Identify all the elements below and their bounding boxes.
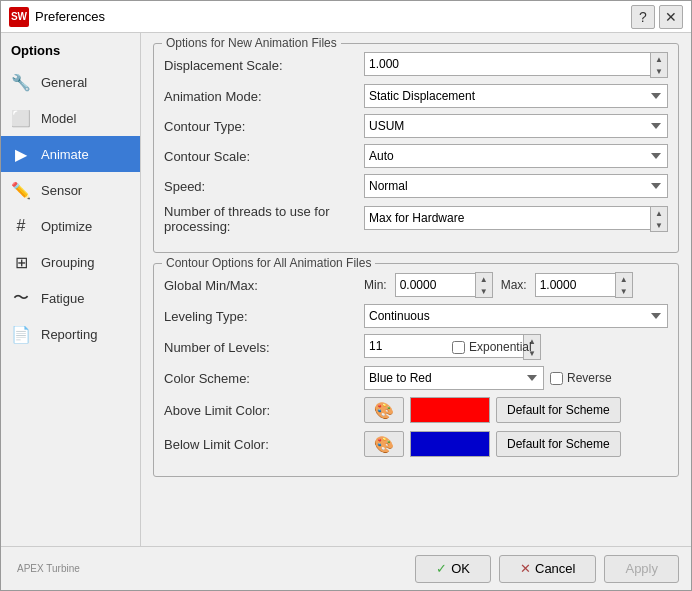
exponential-text: Exponential [469,340,532,354]
sidebar-label-fatigue: Fatigue [41,291,84,306]
contour-type-label: Contour Type: [164,119,364,134]
footer: APEX Turbine ✓ OK ✕ Cancel Apply [1,546,691,590]
above-limit-palette-btn[interactable]: 🎨 [364,397,404,423]
speed-row: Speed: Normal [164,174,668,198]
animation-mode-row: Animation Mode: Static Displacement [164,84,668,108]
sidebar-label-model: Model [41,111,76,126]
sidebar-item-grouping[interactable]: ⊞ Grouping [1,244,140,280]
max-spinbtns: ▲ ▼ [615,272,633,298]
leveling-type-row: Leveling Type: Continuous [164,304,668,328]
threads-input[interactable] [364,206,650,230]
speed-label: Speed: [164,179,364,194]
sidebar-label-animate: Animate [41,147,89,162]
leveling-type-select[interactable]: Continuous [364,304,668,328]
below-limit-default-btn[interactable]: Default for Scheme [496,431,621,457]
contour-options-group: Contour Options for All Animation Files … [153,263,679,477]
animation-options-group: Options for New Animation Files Displace… [153,43,679,253]
optimize-icon: # [9,214,33,238]
above-limit-controls: 🎨 Default for Scheme [364,397,621,423]
above-limit-default-btn[interactable]: Default for Scheme [496,397,621,423]
global-minmax-row: Global Min/Max: Min: ▲ ▼ Max: [164,272,668,298]
sidebar-label-optimize: Optimize [41,219,92,234]
threads-down[interactable]: ▼ [651,219,667,231]
sidebar-label-general: General [41,75,87,90]
footer-logo: APEX Turbine [13,563,407,574]
color-scheme-label: Color Scheme: [164,371,364,386]
displacement-scale-spin: ▲ ▼ [364,52,668,78]
ok-button[interactable]: ✓ OK [415,555,491,583]
contour-scale-select[interactable]: Auto [364,144,668,168]
cancel-button[interactable]: ✕ Cancel [499,555,596,583]
levels-spin: ▲ ▼ [364,334,444,360]
displacement-scale-up[interactable]: ▲ [651,53,667,65]
global-minmax-controls: Min: ▲ ▼ Max: ▲ [364,272,668,298]
preferences-dialog: SW Preferences ? ✕ Options 🔧 General ⬜ M… [0,0,692,591]
min-spin: ▲ ▼ [395,272,493,298]
below-limit-swatch[interactable] [410,431,490,457]
levels-controls: ▲ ▼ Exponential [364,334,532,360]
below-limit-palette-btn[interactable]: 🎨 [364,431,404,457]
min-up[interactable]: ▲ [476,273,492,285]
max-down[interactable]: ▼ [616,285,632,297]
contour-scale-label: Contour Scale: [164,149,364,164]
exponential-checkbox[interactable] [452,341,465,354]
scheme-controls: Blue to Red Reverse [364,366,668,390]
general-icon: 🔧 [9,70,33,94]
sidebar-item-animate[interactable]: ▶ Animate [1,136,140,172]
displacement-scale-row: Displacement Scale: ▲ ▼ [164,52,668,78]
contour-scale-row: Contour Scale: Auto [164,144,668,168]
global-minmax-label: Global Min/Max: [164,278,364,293]
threads-spinbtns: ▲ ▼ [650,206,668,232]
color-scheme-row: Color Scheme: Blue to Red Reverse [164,366,668,390]
color-scheme-select[interactable]: Blue to Red [364,366,544,390]
sidebar-item-reporting[interactable]: 📄 Reporting [1,316,140,352]
reverse-checkbox[interactable] [550,372,563,385]
min-label: Min: [364,278,387,292]
sidebar-label-grouping: Grouping [41,255,94,270]
below-limit-controls: 🎨 Default for Scheme [364,431,621,457]
main-panel: Options for New Animation Files Displace… [141,33,691,546]
sidebar-header: Options [1,39,140,64]
sensor-icon: ✏️ [9,178,33,202]
max-up[interactable]: ▲ [616,273,632,285]
sidebar-item-model[interactable]: ⬜ Model [1,100,140,136]
above-limit-row: Above Limit Color: 🎨 Default for Scheme [164,396,668,424]
reverse-text: Reverse [567,371,612,385]
min-spinbtns: ▲ ▼ [475,272,493,298]
animation-options-title: Options for New Animation Files [162,36,341,50]
levels-label: Number of Levels: [164,340,364,355]
close-button[interactable]: ✕ [659,5,683,29]
below-limit-row: Below Limit Color: 🎨 Default for Scheme [164,430,668,458]
max-input[interactable] [535,273,615,297]
max-label: Max: [501,278,527,292]
help-button[interactable]: ? [631,5,655,29]
speed-select[interactable]: Normal [364,174,668,198]
displacement-scale-input[interactable] [364,52,650,76]
dialog-title: Preferences [35,9,631,24]
min-down[interactable]: ▼ [476,285,492,297]
sidebar-item-sensor[interactable]: ✏️ Sensor [1,172,140,208]
min-input[interactable] [395,273,475,297]
reverse-label[interactable]: Reverse [550,371,612,385]
grouping-icon: ⊞ [9,250,33,274]
model-icon: ⬜ [9,106,33,130]
sidebar-item-optimize[interactable]: # Optimize [1,208,140,244]
max-spin: ▲ ▼ [535,272,633,298]
apply-label: Apply [625,561,658,576]
contour-type-select[interactable]: USUM [364,114,668,138]
animation-mode-select[interactable]: Static Displacement [364,84,668,108]
sidebar-label-reporting: Reporting [41,327,97,342]
sidebar-item-fatigue[interactable]: 〜 Fatigue [1,280,140,316]
threads-label: Number of threads to use for processing: [164,204,364,234]
sidebar-item-general[interactable]: 🔧 General [1,64,140,100]
displacement-scale-label: Displacement Scale: [164,58,364,73]
reporting-icon: 📄 [9,322,33,346]
threads-up[interactable]: ▲ [651,207,667,219]
above-limit-swatch[interactable] [410,397,490,423]
animate-icon: ▶ [9,142,33,166]
apply-button[interactable]: Apply [604,555,679,583]
exponential-label[interactable]: Exponential [452,340,532,354]
animation-mode-label: Animation Mode: [164,89,364,104]
displacement-scale-down[interactable]: ▼ [651,65,667,77]
title-bar: SW Preferences ? ✕ [1,1,691,33]
